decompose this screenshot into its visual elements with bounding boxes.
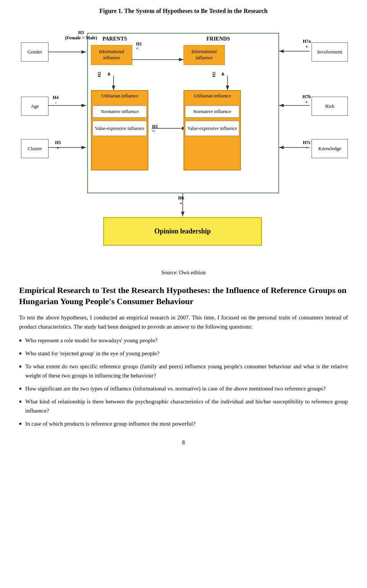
- list-item: What kind of relationship is there betwe…: [19, 397, 348, 415]
- list-item: In case of which products is reference g…: [19, 419, 348, 428]
- h6-label: H6 +: [178, 195, 184, 206]
- friends-label: FRIENDS: [206, 36, 230, 42]
- h2-right-label: H2: [211, 72, 216, 77]
- list-item: Who represent a role model for nowadays'…: [19, 336, 348, 345]
- cluster-box: Cluster: [21, 139, 49, 158]
- list-item: Who stand for 'rejected group' in the ey…: [19, 349, 348, 358]
- h7c-label: H7c -: [303, 140, 311, 151]
- parents-norm-box: Normative influence: [93, 105, 147, 118]
- friends-util-label: Utilitarian influence: [187, 93, 238, 99]
- parents-label: PARENTS: [102, 36, 127, 42]
- knowledge-box: Knowledge: [312, 139, 348, 158]
- page-number: 8: [19, 440, 348, 446]
- parents-util-label: Utilitarian influence: [94, 93, 146, 99]
- friends-value-box: Value-expressive influence: [185, 121, 239, 136]
- h7a-label: H7a +: [303, 39, 311, 50]
- gender-box: Gender: [21, 42, 49, 62]
- h7b-label: H7b +: [302, 94, 311, 105]
- h1-bottom-lt: <: [152, 128, 155, 134]
- list-item: How significant are the two types of inf…: [19, 384, 348, 393]
- list-item: To what extent do two specific reference…: [19, 362, 348, 380]
- h4-label: H4 -: [53, 95, 58, 106]
- source-text: Source: Own edition: [19, 270, 348, 276]
- paragraph-1: To test the above hypotheses, I conducte…: [19, 313, 348, 331]
- h5-label: H5 +: [55, 140, 61, 151]
- bullet-list: Who represent a role model for nowadays'…: [19, 336, 348, 428]
- figure-title: Figure 1. The System of Hypotheses to Be…: [19, 8, 348, 15]
- h1-top-lt: <: [136, 46, 139, 52]
- risk-box: Risk: [312, 97, 348, 116]
- diagram: Gender Age Cluster Involvement Risk Know…: [19, 21, 348, 266]
- wedge-right: ∧: [221, 71, 225, 77]
- wedge-left: ∧: [107, 71, 111, 77]
- friends-info-box: Informational influence: [184, 45, 225, 65]
- parents-info-box: Informational influence: [91, 45, 132, 65]
- age-box: Age: [21, 97, 49, 116]
- h2-left-label: H2: [97, 72, 101, 77]
- section-heading: Empirical Research to Test the Research …: [19, 285, 348, 307]
- friends-norm-box: Normative influence: [185, 105, 239, 118]
- h3-label: H3 (Female > Male): [65, 30, 97, 41]
- involvement-box: Involvement: [312, 42, 348, 62]
- parents-value-box: Value-expressive influence: [93, 121, 147, 136]
- opinion-box: Opinion leadership: [103, 217, 262, 246]
